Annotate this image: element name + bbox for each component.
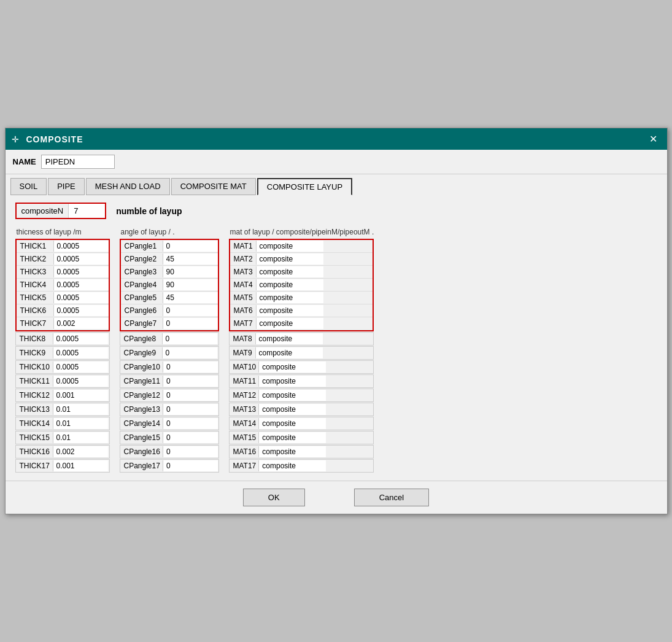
row-label: THICK3 <box>17 266 53 278</box>
tab-mesh[interactable]: MESH AND LOAD <box>86 178 170 195</box>
row-input[interactable] <box>53 347 108 358</box>
row-input[interactable] <box>258 418 326 429</box>
row-input[interactable] <box>53 266 109 277</box>
row-input[interactable] <box>163 318 218 329</box>
row-input[interactable] <box>255 347 323 358</box>
tab-soil[interactable]: SOIL <box>10 178 47 195</box>
row-input[interactable] <box>53 333 108 344</box>
row-input[interactable] <box>163 305 218 316</box>
row-label: CPangle13 <box>120 403 163 416</box>
row-label: CPangle16 <box>120 446 163 458</box>
row-input[interactable] <box>256 318 323 329</box>
table-row: THICK2 <box>17 253 109 266</box>
row-input[interactable] <box>258 362 326 373</box>
tabs: SOIL PIPE MESH AND LOAD COMPOSITE MAT CO… <box>6 174 667 195</box>
table-row: MAT7 <box>230 317 373 330</box>
table-row: MAT15 <box>230 431 326 444</box>
table-row: THICK10 <box>16 361 108 373</box>
row-label: MAT16 <box>230 446 259 458</box>
row-input[interactable] <box>163 292 218 303</box>
row-input[interactable] <box>162 347 217 358</box>
row-input[interactable] <box>163 279 218 290</box>
row-label: THICK9 <box>16 347 53 359</box>
cancel-button[interactable]: Cancel <box>354 489 429 506</box>
row-label: THICK14 <box>16 417 53 430</box>
row-input[interactable] <box>163 446 218 457</box>
name-input[interactable] <box>41 155 115 169</box>
row-input[interactable] <box>53 446 108 457</box>
row-label: THICK10 <box>16 361 53 373</box>
table-row: MAT2 <box>230 253 373 266</box>
row-input[interactable] <box>256 292 323 303</box>
composite-n-input[interactable] <box>68 204 105 218</box>
angle-col-body: CPangle1CPangle2CPangle3CPangle4CPangle5… <box>120 239 219 473</box>
row-input[interactable] <box>256 305 323 316</box>
tab-composite-mat[interactable]: COMPOSITE MAT <box>171 178 256 195</box>
row-input[interactable] <box>163 253 218 265</box>
row-input[interactable] <box>163 404 218 415</box>
row-input[interactable] <box>53 305 109 316</box>
row-label: THICK15 <box>16 431 53 444</box>
row-label: MAT9 <box>230 347 255 359</box>
name-row: NAME <box>6 150 667 174</box>
row-input[interactable] <box>53 292 109 303</box>
row-input[interactable] <box>256 253 323 265</box>
row-input[interactable] <box>53 318 109 329</box>
table-row: MAT16 <box>230 446 326 458</box>
table-row: CPangle17 <box>120 460 218 472</box>
row-input[interactable] <box>163 241 218 252</box>
row-label: CPangle1 <box>121 240 163 252</box>
row-input[interactable] <box>163 390 218 401</box>
row-input[interactable] <box>162 333 217 344</box>
row-input[interactable] <box>53 253 109 265</box>
row-input[interactable] <box>255 333 323 344</box>
ok-button[interactable]: OK <box>243 489 305 506</box>
table-row: THICK12 <box>16 389 108 401</box>
row-input[interactable] <box>53 432 108 443</box>
row-input[interactable] <box>163 362 218 373</box>
table-row: CPangle1 <box>121 240 218 253</box>
row-input[interactable] <box>256 266 323 277</box>
row-input[interactable] <box>163 376 218 387</box>
close-button[interactable]: ✕ <box>646 132 661 146</box>
row-input[interactable] <box>53 279 109 290</box>
row-input[interactable] <box>53 390 108 401</box>
row-input[interactable] <box>53 418 108 429</box>
row-input[interactable] <box>258 390 326 401</box>
row-input[interactable] <box>256 241 323 252</box>
row-label: MAT13 <box>230 403 259 416</box>
table-row: MAT5 <box>230 292 373 304</box>
row-input[interactable] <box>163 460 218 471</box>
row-input[interactable] <box>163 432 218 443</box>
row-input[interactable] <box>53 376 108 387</box>
row-input[interactable] <box>53 404 108 415</box>
row-input[interactable] <box>163 418 218 429</box>
row-label: MAT17 <box>230 460 259 472</box>
row-label: CPangle5 <box>121 292 163 304</box>
table-row: THICK17 <box>16 460 108 472</box>
row-label: THICK7 <box>17 317 53 330</box>
row-input[interactable] <box>258 376 326 387</box>
table-row: MAT10 <box>230 361 326 373</box>
table-row: THICK5 <box>17 292 109 304</box>
row-input[interactable] <box>258 432 326 443</box>
tab-composite-layup[interactable]: COMPOSITE LAYUP <box>257 178 352 195</box>
row-label: CPangle7 <box>121 317 163 330</box>
row-label: THICK13 <box>16 403 53 416</box>
row-input[interactable] <box>53 362 108 373</box>
row-input[interactable] <box>258 460 326 471</box>
row-input[interactable] <box>258 446 326 457</box>
row-label: CPangle12 <box>120 389 163 401</box>
row-input[interactable] <box>53 241 109 252</box>
row-input[interactable] <box>163 266 218 277</box>
row-input[interactable] <box>53 460 108 471</box>
row-label: MAT4 <box>230 279 256 291</box>
row-label: MAT14 <box>230 417 259 430</box>
tab-pipe[interactable]: PIPE <box>48 178 85 195</box>
row-input[interactable] <box>258 404 326 415</box>
composite-n-box: compositeN <box>15 203 107 219</box>
table-row: THICK7 <box>17 317 109 330</box>
row-label: MAT1 <box>230 240 256 252</box>
row-input[interactable] <box>256 279 323 290</box>
table-row: THICK4 <box>17 279 109 292</box>
